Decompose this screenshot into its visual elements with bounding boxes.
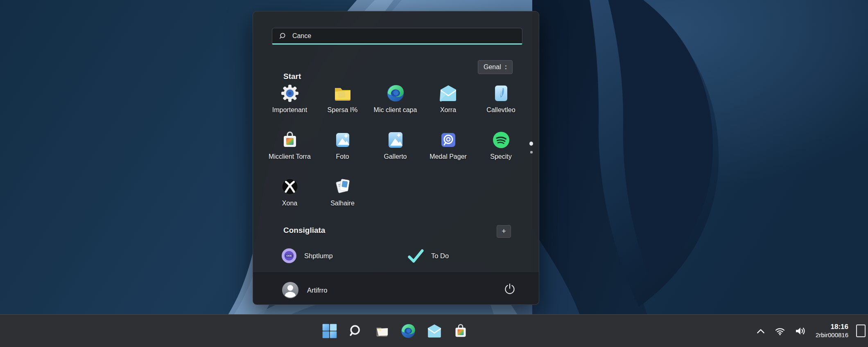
- wifi-icon: [775, 327, 785, 336]
- recommended-expand-button[interactable]: +: [497, 225, 511, 238]
- start-menu-footer: Artifrro: [253, 273, 539, 304]
- user-name: Artifrro: [307, 286, 328, 294]
- video-app-icon: [491, 83, 511, 103]
- todo-check-icon: [407, 248, 424, 264]
- clock-time: 18:16: [816, 323, 848, 331]
- file-explorer-icon: [374, 323, 390, 339]
- all-apps-button-label: Genal: [484, 63, 501, 71]
- power-button[interactable]: [502, 281, 518, 297]
- edge-browser-button[interactable]: [399, 322, 417, 340]
- settings-icon: [280, 83, 300, 103]
- user-avatar: [282, 282, 299, 299]
- store-icon: [452, 323, 469, 339]
- power-icon: [504, 283, 516, 295]
- all-apps-button[interactable]: Genal :: [478, 60, 513, 74]
- start-button[interactable]: [321, 322, 339, 340]
- media-player-icon: [439, 130, 458, 150]
- gallery-icon: [386, 130, 405, 150]
- pinned-section-title: Start: [283, 72, 301, 81]
- mail-icon: [426, 323, 443, 339]
- app-label: Specity: [490, 153, 511, 160]
- app-tile-mic-client-capa[interactable]: Mic client capa: [369, 83, 422, 129]
- search-box[interactable]: [272, 28, 522, 45]
- shptlump-badge-text: CICE: [286, 255, 292, 257]
- wifi-button[interactable]: [773, 325, 787, 337]
- app-tile-salhaire[interactable]: Salhaire: [316, 176, 369, 223]
- app-label: Xorra: [440, 106, 456, 114]
- folder-icon: [333, 83, 353, 103]
- page-dot-inactive[interactable]: [530, 151, 533, 153]
- page-dot-active[interactable]: [529, 142, 533, 146]
- app-label: Salhaire: [330, 200, 355, 207]
- app-tile-gallerto[interactable]: Gallerto: [369, 129, 422, 176]
- taskbar-clock[interactable]: 18:16 2rbir000816: [814, 322, 850, 339]
- app-label: Xona: [282, 200, 297, 207]
- app-label: Importenant: [272, 106, 307, 114]
- speaker-icon: [795, 326, 806, 336]
- spotify-icon: [491, 130, 511, 150]
- recommended-item-label: To Do: [431, 252, 449, 260]
- taskbar-search-button[interactable]: [347, 322, 365, 340]
- pinned-page-indicator: [529, 142, 533, 153]
- recommended-item-label: Shptlump: [304, 252, 333, 260]
- edge-browser-icon: [386, 83, 405, 103]
- app-label: Gallerto: [384, 153, 407, 160]
- edge-browser-icon: [400, 323, 416, 339]
- volume-button[interactable]: [793, 324, 808, 338]
- app-label: Mic client capa: [374, 106, 417, 114]
- store-icon: [280, 130, 300, 150]
- search-input[interactable]: [292, 32, 516, 40]
- shptlump-avatar: CICE: [281, 248, 297, 264]
- all-apps-button-suffix: :: [505, 63, 507, 71]
- clock-date: 2rbir000816: [816, 331, 848, 339]
- pinned-app-grid: Importenant Spersa I%: [263, 83, 529, 223]
- app-tile-callevtleo[interactable]: Callevtleo: [475, 83, 527, 129]
- taskbar-icon-group: [321, 315, 470, 347]
- app-label: Micclient Torra: [269, 153, 311, 160]
- app-tile-specity[interactable]: Specity: [475, 129, 527, 176]
- app-label: Foto: [336, 153, 349, 160]
- solitaire-icon: [333, 177, 353, 196]
- photos-icon: [333, 130, 353, 150]
- app-tile-xona[interactable]: Xona: [263, 176, 316, 223]
- app-tile-foto[interactable]: Foto: [316, 129, 369, 176]
- app-tile-medal-pager[interactable]: Medal Pager: [422, 129, 475, 176]
- xbox-icon: [280, 177, 300, 196]
- file-explorer-button[interactable]: [373, 322, 391, 340]
- show-desktop-button[interactable]: [856, 324, 866, 337]
- tray-overflow-button[interactable]: [755, 326, 767, 336]
- recommended-item-todo[interactable]: To Do: [403, 245, 453, 266]
- app-tile-xorra[interactable]: Xorra: [422, 83, 475, 129]
- system-tray: 18:16 2rbir000816: [755, 315, 866, 347]
- recommended-item-shptlump[interactable]: CICE Shptlump: [277, 245, 337, 266]
- app-tile-importenant[interactable]: Importenant: [263, 83, 316, 129]
- app-tile-micclient-torra[interactable]: Micclient Torra: [263, 129, 316, 176]
- app-label: Spersa I%: [328, 106, 358, 114]
- start-menu-panel: Start Genal : Importenant: [253, 11, 539, 305]
- search-icon: [348, 324, 363, 338]
- recommended-section-title: Consigliata: [283, 226, 325, 235]
- taskbar: 18:16 2rbir000816: [0, 314, 868, 347]
- windows-start-icon: [322, 323, 337, 339]
- chevron-up-icon: [756, 327, 765, 335]
- user-profile-button[interactable]: Artifrro: [278, 280, 331, 300]
- app-tile-spersa[interactable]: Spersa I%: [316, 83, 369, 129]
- app-label: Medal Pager: [429, 153, 467, 160]
- store-button[interactable]: [452, 322, 470, 340]
- app-label: Callevtleo: [486, 106, 515, 114]
- mail-icon: [439, 83, 458, 103]
- search-icon: [278, 32, 286, 40]
- mail-button[interactable]: [425, 322, 443, 340]
